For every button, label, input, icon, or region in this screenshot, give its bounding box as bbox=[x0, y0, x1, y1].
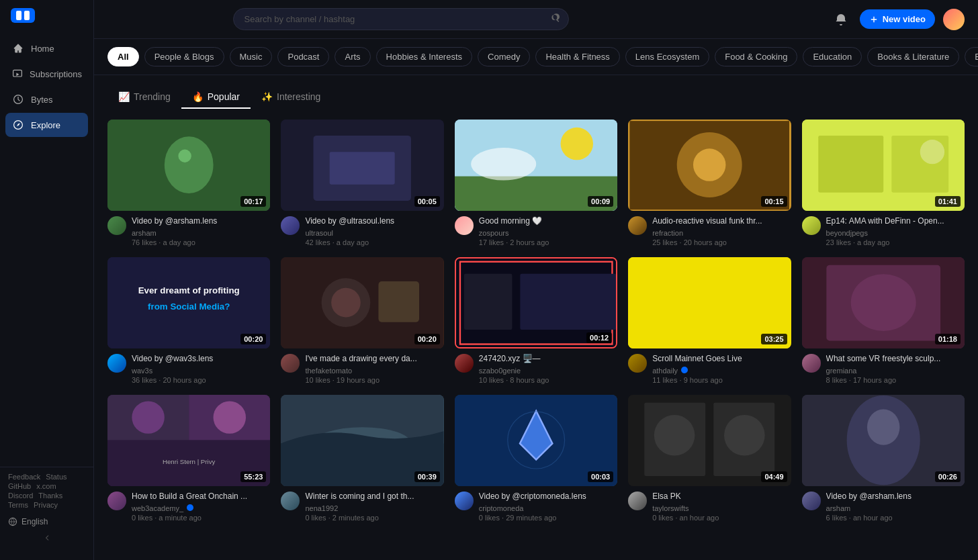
category-hobbies[interactable]: Hobbies & Interests bbox=[376, 47, 472, 66]
video-card-7[interactable]: 00:20 I've made a drawing every da... th… bbox=[281, 257, 443, 384]
video-channel-7: thefaketomato bbox=[305, 367, 443, 375]
video-thumbnail-3: 00:09 bbox=[455, 120, 617, 211]
video-meta-4: Audio-reactive visual funk thr... refrac… bbox=[628, 216, 791, 246]
video-meta-5: Ep14: AMA with DeFinn - Open... beyondjp… bbox=[802, 216, 965, 246]
sidebar-item-explore[interactable]: Explore bbox=[5, 113, 88, 137]
video-title-2: Video by @ultrasoul.lens bbox=[305, 216, 443, 227]
video-channel-14: taylorswifts bbox=[652, 504, 791, 512]
video-card-3[interactable]: 00:09 Good morning 🤍 zospours 17 likes ·… bbox=[455, 120, 617, 246]
video-meta-14: Elsa PK taylorswifts 0 likes · an hour a… bbox=[628, 492, 791, 522]
video-thumbnail-7: 00:20 bbox=[281, 257, 443, 348]
video-stats-2: 42 likes · a day ago bbox=[305, 238, 443, 246]
category-lens[interactable]: Lens Ecosystem bbox=[625, 47, 709, 66]
language-selector[interactable]: English bbox=[8, 514, 85, 529]
video-card-8[interactable]: 00:12 247420.xyz 🖥️— szabo0genie 10 like… bbox=[455, 257, 617, 384]
svg-point-44 bbox=[214, 401, 246, 433]
footer-status[interactable]: Status bbox=[46, 473, 66, 481]
explore-icon bbox=[12, 119, 24, 131]
category-comedy[interactable]: Comedy bbox=[478, 47, 530, 66]
category-podcast[interactable]: Podcast bbox=[277, 47, 329, 66]
video-card-6[interactable]: Ever dreamt of profiting from Social Med… bbox=[107, 257, 270, 384]
sidebar-item-subscriptions[interactable]: Subscriptions bbox=[5, 62, 88, 86]
footer-feedback[interactable]: Feedback bbox=[8, 473, 40, 481]
sidebar-item-bytes[interactable]: Bytes bbox=[5, 87, 88, 111]
footer-discord[interactable]: Discord bbox=[8, 492, 33, 500]
verified-badge-11 bbox=[187, 504, 193, 511]
tab-interesting[interactable]: ✨ Interesting bbox=[251, 86, 331, 109]
video-card-5[interactable]: 01:41 Ep14: AMA with DeFinn - Open... be… bbox=[802, 120, 965, 246]
video-duration-14: 04:49 bbox=[761, 471, 787, 482]
user-avatar[interactable] bbox=[943, 9, 965, 30]
channel-avatar-4 bbox=[628, 216, 647, 235]
video-meta-2: Video by @ultrasoul.lens ultrasoul 42 li… bbox=[281, 216, 443, 246]
category-music[interactable]: Music bbox=[230, 47, 273, 66]
category-books[interactable]: Books & Literature bbox=[867, 47, 959, 66]
video-stats-10: 8 likes · 17 hours ago bbox=[826, 376, 965, 384]
svg-point-38 bbox=[850, 274, 916, 331]
category-people-blogs[interactable]: People & Blogs bbox=[144, 47, 224, 66]
sidebar-item-home[interactable]: Home bbox=[5, 36, 88, 60]
video-card-12[interactable]: 00:39 Winter is coming and I got th... n… bbox=[281, 395, 443, 522]
video-info-6: Video by @wav3s.lens wav3s 36 likes · 20… bbox=[132, 354, 270, 384]
footer-github[interactable]: GitHub bbox=[8, 482, 31, 490]
video-duration-1: 00:17 bbox=[240, 196, 266, 207]
video-channel-5: beyondjpegs bbox=[826, 229, 965, 237]
video-card-14[interactable]: 04:49 Elsa PK taylorswifts 0 likes · an … bbox=[628, 395, 791, 522]
tab-trending[interactable]: 📈 Trending bbox=[107, 86, 181, 109]
category-arts[interactable]: Arts bbox=[335, 47, 370, 66]
search-icon[interactable] bbox=[550, 13, 561, 26]
video-channel-4: refraction bbox=[652, 229, 791, 237]
video-title-5: Ep14: AMA with DeFinn - Open... bbox=[826, 216, 965, 227]
video-card-10[interactable]: 01:18 What some VR freestyle sculp... gr… bbox=[802, 257, 965, 384]
category-health[interactable]: Health & Fitness bbox=[535, 47, 619, 66]
footer-thanks[interactable]: Thanks bbox=[38, 492, 62, 500]
video-duration-5: 01:41 bbox=[935, 196, 961, 207]
video-card-11[interactable]: Henri Stern | Privy 55:23 How to Build a… bbox=[107, 395, 270, 522]
video-thumbnail-8: 00:12 bbox=[455, 257, 617, 348]
channel-avatar-2 bbox=[281, 216, 300, 235]
video-title-1: Video by @arsham.lens bbox=[132, 216, 270, 227]
category-entertainment[interactable]: Entertainment bbox=[965, 47, 978, 66]
search-input[interactable] bbox=[233, 8, 569, 30]
header-actions: New video bbox=[830, 9, 965, 30]
svg-point-8 bbox=[178, 150, 191, 162]
video-thumbnail-11: Henri Stern | Privy 55:23 bbox=[107, 395, 270, 486]
video-channel-9: athdaily bbox=[652, 367, 791, 375]
video-stats-9: 11 likes · 9 hours ago bbox=[652, 376, 791, 384]
video-info-10: What some VR freestyle sculp... gremiana… bbox=[826, 354, 965, 384]
video-card-9[interactable]: 03:25 Scroll Mainnet Goes Live athdaily … bbox=[628, 257, 791, 384]
video-stats-11: 0 likes · a minute ago bbox=[132, 514, 270, 522]
video-duration-3: 00:09 bbox=[588, 196, 613, 207]
footer-terms[interactable]: Terms bbox=[8, 501, 28, 509]
svg-rect-30 bbox=[379, 281, 420, 322]
logo[interactable] bbox=[0, 8, 93, 36]
video-card-2[interactable]: 00:05 Video by @ultrasoul.lens ultrasoul… bbox=[281, 120, 443, 246]
video-thumbnail-5: 01:41 bbox=[802, 120, 965, 211]
video-duration-12: 00:39 bbox=[414, 471, 440, 482]
video-duration-15: 00:26 bbox=[935, 471, 961, 482]
category-education[interactable]: Education bbox=[803, 47, 862, 66]
video-info-2: Video by @ultrasoul.lens ultrasoul 42 li… bbox=[305, 216, 443, 246]
category-all[interactable]: All bbox=[107, 47, 139, 66]
video-channel-8: szabo0genie bbox=[479, 367, 617, 375]
video-card-4[interactable]: 00:15 Audio-reactive visual funk thr... … bbox=[628, 120, 791, 246]
tab-popular[interactable]: 🔥 Popular bbox=[181, 86, 251, 109]
video-channel-15: arsham bbox=[826, 504, 965, 512]
svg-text:Henri Stern | Privy: Henri Stern | Privy bbox=[163, 458, 216, 465]
category-food[interactable]: Food & Cooking bbox=[715, 47, 797, 66]
video-info-1: Video by @arsham.lens arsham 76 likes · … bbox=[132, 216, 270, 246]
video-card-15[interactable]: 00:26 Video by @arsham.lens arsham 6 lik… bbox=[802, 395, 965, 522]
new-video-button[interactable]: New video bbox=[860, 9, 935, 29]
svg-rect-21 bbox=[818, 136, 883, 193]
video-meta-7: I've made a drawing every da... thefaket… bbox=[281, 354, 443, 384]
sidebar-collapse-button[interactable] bbox=[8, 529, 85, 547]
notification-button[interactable] bbox=[830, 9, 852, 30]
footer-privacy[interactable]: Privacy bbox=[34, 501, 58, 509]
footer-xcom[interactable]: x.com bbox=[36, 482, 56, 490]
video-info-9: Scroll Mainnet Goes Live athdaily 11 lik… bbox=[652, 354, 791, 384]
svg-text:Ever dreamt of profiting: Ever dreamt of profiting bbox=[138, 285, 240, 295]
video-thumbnail-14: 04:49 bbox=[628, 395, 791, 486]
video-card-1[interactable]: 00:17 Video by @arsham.lens arsham 76 li… bbox=[107, 120, 270, 246]
video-card-13[interactable]: 00:03 Video by @criptomoneda.lens cripto… bbox=[455, 395, 617, 522]
channel-avatar-7 bbox=[281, 354, 300, 373]
